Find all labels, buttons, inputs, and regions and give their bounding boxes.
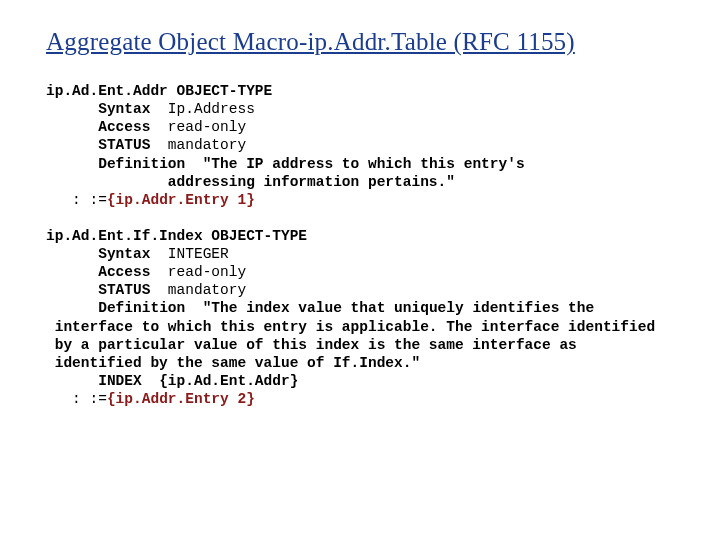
definition-block-1: ip.Ad.Ent.Addr OBJECT-TYPE Syntax Ip.Add… [46, 82, 680, 209]
object-type-kw: OBJECT-TYPE [177, 83, 273, 99]
slide: Aggregate Object Macro-ip.Addr.Table (RF… [0, 0, 720, 446]
assign-body: {ip.Addr.Entry 1} [107, 192, 255, 208]
definition-text-l1: "The IP address to which this entry's [203, 156, 525, 172]
syntax-kw: Syntax [98, 246, 150, 262]
index-kw: INDEX [98, 373, 142, 389]
definition-text-l3: by a particular value of this index is t… [55, 337, 577, 353]
status-val: mandatory [168, 282, 246, 298]
access-val: read-only [168, 264, 246, 280]
definition-text-l2: interface to which this entry is applica… [55, 319, 655, 335]
definition-block-2: ip.Ad.Ent.If.Index OBJECT-TYPE Syntax IN… [46, 227, 680, 408]
slide-title: Aggregate Object Macro-ip.Addr.Table (RF… [46, 28, 680, 56]
index-val: {ip.Ad.Ent.Addr} [159, 373, 298, 389]
syntax-val: INTEGER [168, 246, 229, 262]
definition-kw: Definition [98, 300, 185, 316]
object-type-kw: OBJECT-TYPE [211, 228, 307, 244]
assign-body: {ip.Addr.Entry 2} [107, 391, 255, 407]
definition-text-l4: identified by the same value of If.Index… [55, 355, 420, 371]
assign-prefix: : := [72, 192, 107, 208]
object-name: ip.Ad.Ent.Addr [46, 83, 168, 99]
definition-text-l2: addressing information pertains." [168, 174, 455, 190]
object-name: ip.Ad.Ent.If.Index [46, 228, 203, 244]
definition-kw: Definition [98, 156, 185, 172]
access-val: read-only [168, 119, 246, 135]
syntax-val: Ip.Address [168, 101, 255, 117]
status-val: mandatory [168, 137, 246, 153]
status-kw: STATUS [98, 282, 150, 298]
definition-text-l1: "The index value that uniquely identifie… [203, 300, 595, 316]
status-kw: STATUS [98, 137, 150, 153]
access-kw: Access [98, 119, 150, 135]
assign-prefix: : := [72, 391, 107, 407]
access-kw: Access [98, 264, 150, 280]
syntax-kw: Syntax [98, 101, 150, 117]
